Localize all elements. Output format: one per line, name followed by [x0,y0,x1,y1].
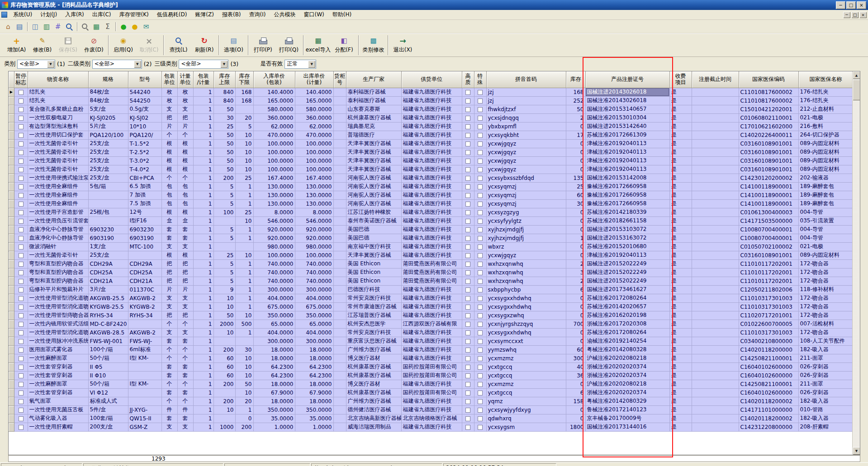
cell-shelf[interactable] [333,174,346,182]
cell-ins_code[interactable]: C17010621602000 [739,122,798,131]
cell-unit[interactable]: 根 [177,165,193,174]
cell-pkg_unit[interactable]: 枚 [161,88,177,96]
cell-ins_name[interactable]: 176-结扎夹 [798,96,853,105]
cell-stock[interactable]: 0 [566,414,585,423]
cell-deadline[interactable] [692,113,739,122]
cell-fee[interactable]: 是 [669,148,692,156]
cell-unit[interactable]: 套 [177,414,193,423]
cell-deadline[interactable] [692,251,739,259]
hq-checkbox[interactable] [465,408,470,413]
cell-deadline[interactable] [692,208,739,217]
cell-name[interactable]: 一次性麻醉面罩 [28,354,88,362]
cell-spec[interactable]: 25支/盒 [88,139,128,148]
cell-in_price[interactable]: 140.4000 [253,88,295,96]
special-checkbox[interactable] [478,356,483,361]
cell-ins_name[interactable]: 089-内固定材料 [798,156,853,165]
cell-special[interactable] [474,234,486,242]
cell-ins_code[interactable]: C14020118200002 [739,397,798,405]
cell-reg_no[interactable]: 国械注进20152022249 [585,268,669,277]
cell-in_price[interactable]: 165.0000 [253,96,295,105]
cell-in_price[interactable]: 18.0000 [253,397,295,405]
cell-hq[interactable] [462,354,474,362]
cell-ins_code[interactable]: C03160108901001 [739,156,798,165]
special-checkbox[interactable] [478,408,483,413]
column-header-shelf[interactable]: 货柜 号 [333,71,346,88]
cell-upper[interactable]: 1000 [213,423,235,431]
row-indicator[interactable] [9,105,14,113]
special-checkbox[interactable] [478,365,483,370]
cell-ins_code[interactable]: C11010317301003 [739,328,798,337]
cell-ratio[interactable]: 1 [193,345,213,354]
cell-out_price[interactable]: 404.0000 [295,328,333,337]
cell-lower[interactable] [235,105,253,113]
cell-upper[interactable]: 5 [213,182,235,191]
row-indicator[interactable] [9,242,14,251]
cell-shelf[interactable] [333,113,346,122]
cell-reg_no[interactable]: 国械注准20153010304 [585,113,669,122]
cell-ins_name[interactable]: 010-管路 [798,405,853,414]
cell-special[interactable] [474,397,486,405]
cell-ins_code[interactable]: C10080700400001 [739,225,798,234]
pause-checkbox[interactable] [19,416,24,421]
cell-fee[interactable]: 是 [669,122,692,131]
cell-spec[interactable]: CDH29A [88,259,128,268]
cell-stock[interactable]: 2 [566,259,585,268]
cell-fee[interactable]: 是 [669,337,692,345]
column-header-lower[interactable]: 库存 下限 [235,71,253,88]
hq-checkbox[interactable] [465,159,470,164]
cell-lower[interactable]: 25 [235,174,253,182]
cell-special[interactable] [474,225,486,234]
cell-in_price[interactable]: 740.0000 [253,268,295,277]
cell-out_price[interactable]: 546.0000 [295,217,333,225]
cell-upper[interactable] [213,242,235,251]
cell-out_price[interactable]: 1.0000 [295,423,333,431]
menu-item-4[interactable]: 库存管理(K) [115,10,153,19]
cell-model[interactable]: 6903190 [128,234,161,242]
cell-lower[interactable]: 10 [235,311,253,320]
cell-ratio[interactable]: 1 [193,139,213,148]
row-indicator[interactable] [9,217,14,225]
cell-pinyin[interactable]: wxhzxqnwhq [486,277,566,285]
column-header-fee[interactable]: 收费 项目 [669,71,692,88]
cell-reg_no[interactable]: 国械注准20153140657 [585,105,669,113]
cell-pkg_unit[interactable]: 把 [161,311,177,320]
cell-fee[interactable]: 是 [669,345,692,354]
cell-out_price[interactable]: 980.0000 [295,242,333,251]
cell-upper[interactable]: 100 [213,208,235,217]
cell-in_price[interactable]: 18.0000 [253,345,295,354]
cell-ins_code[interactable]: C01061300400003 [739,208,798,217]
cell-hq[interactable] [462,96,474,105]
special-checkbox[interactable] [478,107,483,112]
cell-special[interactable] [474,139,486,148]
hq-checkbox[interactable] [465,287,470,292]
calc-icon[interactable]: Σ [102,22,113,32]
cell-reg_no[interactable]: 豫械注准20172660958 [585,182,669,191]
cell-ins_name[interactable]: 189-麻醉套包 [798,182,853,191]
cell-ins_name[interactable]: 172-吻合器 [798,259,853,268]
cell-ins_name[interactable]: 021-电极 [798,242,853,251]
cell-ratio[interactable]: 1 [193,311,213,320]
cell-pkg_unit[interactable]: 件 [161,405,177,414]
cell-ins_code[interactable]: C03160108901001 [739,251,798,259]
cell-out_price[interactable]: 130.0000 [295,199,333,208]
cell-hq[interactable] [462,268,474,277]
cell-spec[interactable]: 5片/盒 [88,122,128,131]
cell-upper[interactable] [213,414,235,423]
cell-supplier[interactable]: 福建省九德医疗科技 [401,182,462,191]
cell-shelf[interactable] [333,191,346,199]
cell-reg_no[interactable]: 粤械注准20142080329 [585,397,669,405]
cell-pkg_unit[interactable]: 套 [161,234,177,242]
cell-fee[interactable]: 是 [669,268,692,277]
special-checkbox[interactable] [478,236,483,241]
cell-fee[interactable]: 是 [669,423,692,431]
pause-checkbox[interactable] [19,210,24,215]
cell-out_price[interactable]: 65.0000 [295,320,333,328]
cell-shelf[interactable] [333,277,346,285]
cell-pause[interactable] [14,156,28,165]
ball-icon[interactable]: ● [129,22,140,32]
row-indicator[interactable] [9,285,14,294]
cell-pause[interactable] [14,311,28,320]
cell-ratio[interactable]: 1 [193,397,213,405]
cell-supplier[interactable]: 福建省九德医疗科技 [401,113,462,122]
cell-lower[interactable]: 30 [235,345,253,354]
